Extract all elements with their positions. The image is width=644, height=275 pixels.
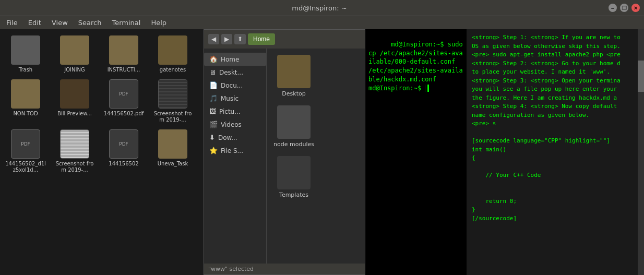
file-label: Desktop <box>282 90 305 97</box>
pdf-icon: PDF <box>109 79 138 109</box>
list-item[interactable]: JOINING <box>51 33 98 75</box>
menu-help[interactable]: Help <box>147 18 171 28</box>
folder-icon <box>109 35 138 65</box>
file-icons-area: Trash JOINING INSTRUCTI... gatenotes NON… <box>0 29 204 275</box>
scrollbar-track[interactable] <box>638 29 644 275</box>
home-button[interactable]: Home <box>248 33 275 45</box>
scrollbar-thumb[interactable] <box>638 61 644 92</box>
forward-button[interactable]: ▶ <box>221 34 232 44</box>
sidebar-item-pictures[interactable]: 🖼 Pictu... <box>204 105 266 118</box>
list-item[interactable]: node modules <box>273 105 315 148</box>
file-label: JOINING <box>64 67 85 73</box>
terminal-prompt-2: md@Inspiron:~$ <box>368 85 425 92</box>
file-label: Screenshot from 2019-... <box>53 161 96 173</box>
chooser-files: Desktop node modules Templates <box>267 49 365 264</box>
chooser-status: "www" selected <box>208 266 254 272</box>
file-label: gatenotes <box>160 67 186 73</box>
screenshot-icon <box>60 129 89 159</box>
list-item[interactable]: gatenotes <box>149 33 196 75</box>
list-item[interactable]: PDF 144156502 <box>100 127 147 175</box>
list-item[interactable]: Desktop <box>273 55 315 97</box>
videos-icon: 🎬 <box>209 121 218 128</box>
list-item[interactable]: Uneva_Task <box>149 127 196 175</box>
maximize-button[interactable]: ❐ <box>620 4 628 12</box>
minimize-button[interactable]: – <box>609 4 617 12</box>
content-text: <strong> Step 1: <strong> If you are new… <box>467 29 638 275</box>
sidebar-item-label: File S... <box>221 147 243 154</box>
sidebar-item-label: Dow... <box>218 134 237 141</box>
music-icon: 🎵 <box>209 94 218 102</box>
folder-icon <box>277 156 311 189</box>
terminal-output: md@Inspiron:~$ sudo cp /etc/apache2/site… <box>365 29 467 275</box>
file-label: node modules <box>273 141 314 148</box>
main-content: Trash JOINING INSTRUCTI... gatenotes NON… <box>0 29 644 275</box>
documents-icon: 📄 <box>209 81 218 89</box>
screenshot-icon <box>158 79 187 109</box>
file-label: 144156502_d1lz5xoI1d... <box>4 161 47 173</box>
terminal-cursor: ▋ <box>425 85 428 92</box>
list-item[interactable]: NON-TOD <box>2 77 49 125</box>
home-icon: 🏠 <box>209 55 218 63</box>
file-chooser-dialog: ◀ ▶ ⬆ Home 🏠 Home 🖥 Deskt... 📄 Docu... <box>204 29 365 275</box>
menu-terminal[interactable]: Terminal <box>108 18 145 28</box>
sidebar-item-desktop[interactable]: 🖥 Deskt... <box>204 66 266 79</box>
close-button[interactable]: ✕ <box>631 4 640 12</box>
list-item[interactable]: Screenshot from 2019-... <box>51 127 98 175</box>
list-item[interactable]: Trash <box>2 33 49 75</box>
sidebar-item-files[interactable]: ⭐ File S... <box>204 144 266 157</box>
menu-bar: File Edit View Search Terminal Help <box>0 16 644 29</box>
back-button[interactable]: ◀ <box>208 34 219 44</box>
nav-sidebar: 🏠 Home 🖥 Deskt... 📄 Docu... 🎵 Music 🖼 <box>204 49 267 264</box>
sidebar-item-documents[interactable]: 📄 Docu... <box>204 79 266 92</box>
folder-icon <box>277 105 311 139</box>
menu-search[interactable]: Search <box>74 18 106 28</box>
window-controls: – ❐ ✕ <box>609 4 640 12</box>
file-label: Screenshot from 2019-... <box>151 111 194 123</box>
sidebar-item-videos[interactable]: 🎬 Videos <box>204 118 266 131</box>
sidebar-item-home[interactable]: 🏠 Home <box>204 53 266 66</box>
sidebar-item-music[interactable]: 🎵 Music <box>204 92 266 105</box>
folder-icon <box>60 79 89 109</box>
files-icon: ⭐ <box>209 147 218 154</box>
title-bar: md@Inspiron: ~ – ❐ ✕ <box>0 0 644 16</box>
list-item[interactable]: Screenshot from 2019-... <box>149 77 196 125</box>
file-label: INSTRUCTI... <box>108 67 140 73</box>
folder-icon <box>277 55 311 88</box>
sidebar-item-downloads[interactable]: ⬇ Dow... <box>204 131 266 144</box>
pdf-icon: PDF <box>109 129 138 159</box>
list-item[interactable]: PDF 144156502.pdf <box>100 77 147 125</box>
file-label: 144156502.pdf <box>104 111 144 117</box>
terminal[interactable]: md@Inspiron:~$ sudo cp /etc/apache2/site… <box>365 29 467 275</box>
menu-edit[interactable]: Edit <box>24 18 45 28</box>
desktop-icon: 🖥 <box>209 68 216 76</box>
sidebar-item-label: Pictu... <box>219 108 241 115</box>
list-item[interactable]: Bill Preview... <box>51 77 98 125</box>
folder-icon <box>11 79 40 109</box>
sidebar-item-label: Music <box>221 95 238 102</box>
folder-icon <box>158 35 187 65</box>
sidebar-item-label: Deskt... <box>219 69 243 76</box>
sidebar-item-label: Videos <box>221 121 242 128</box>
downloads-icon: ⬇ <box>209 134 215 141</box>
terminal-prompt: md@Inspiron:~$ <box>391 41 447 48</box>
file-label: 144156502 <box>109 161 138 167</box>
up-button[interactable]: ⬆ <box>234 34 246 44</box>
list-item[interactable]: Templates <box>273 156 315 198</box>
file-manager: Trash JOINING INSTRUCTI... gatenotes NON… <box>0 29 204 275</box>
menu-view[interactable]: View <box>47 18 72 28</box>
sidebar-item-label: Home <box>221 56 239 63</box>
menu-file[interactable]: File <box>2 18 22 28</box>
list-item[interactable]: INSTRUCTI... <box>100 33 147 75</box>
list-item[interactable]: PDF 144156502_d1lz5xoI1d... <box>2 127 49 175</box>
file-label: Trash <box>19 67 32 73</box>
chooser-footer: "www" selected <box>204 264 365 274</box>
file-chooser-body: 🏠 Home 🖥 Deskt... 📄 Docu... 🎵 Music 🖼 <box>204 49 365 264</box>
file-label: Bill Preview... <box>57 111 92 117</box>
pdf-icon: PDF <box>11 129 40 159</box>
file-label: Uneva_Task <box>158 161 188 167</box>
folder-icon <box>158 129 187 159</box>
content-panel: <strong> Step 1: <strong> If you are new… <box>467 29 644 275</box>
window-title: md@Inspiron: ~ <box>30 4 609 12</box>
pictures-icon: 🖼 <box>209 107 216 115</box>
file-label: Templates <box>279 192 308 198</box>
